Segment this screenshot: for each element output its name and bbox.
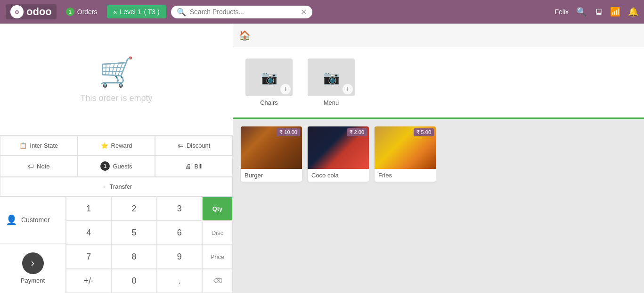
search-icon: 🔍 — [177, 8, 186, 17]
bill-icon: 🖨 — [185, 163, 191, 170]
note-label: Note — [37, 163, 49, 170]
customer-icon: 👤 — [6, 214, 17, 226]
product-price: ₹ 5.00 — [414, 128, 434, 136]
product-coco-cola[interactable]: ₹ 2.00 Coco cola — [308, 126, 369, 182]
category-name: Chairs — [260, 99, 278, 106]
numpad: 123456789+/-0. — [66, 197, 202, 293]
header-right: Felix 🔍 🖥 📶 🔔 — [554, 7, 638, 17]
numpad-key-4[interactable]: 4 — [66, 221, 111, 245]
mode-btn-Qty[interactable]: Qty — [202, 197, 233, 221]
left-panel: 🛒 This order is empty 📋 Inter State ⭐ Re… — [0, 24, 233, 293]
numpad-modes: QtyDiscPrice⌫ — [202, 197, 233, 293]
customer-row[interactable]: 👤 Customer — [0, 197, 65, 243]
note-button[interactable]: 🏷 Note — [0, 155, 78, 177]
transfer-button[interactable]: → Transfer — [0, 177, 233, 196]
numpad-key-+/-[interactable]: +/- — [66, 269, 111, 293]
numpad-key-.[interactable]: . — [157, 269, 202, 293]
action-buttons: 📋 Inter State ⭐ Reward 🏷 Discount 🏷 Note… — [0, 136, 233, 197]
breadcrumb-bar: 🏠 — [233, 24, 644, 47]
category-image: 📷+ — [308, 59, 355, 96]
back-icon: « — [114, 8, 117, 16]
numpad-key-1[interactable]: 1 — [66, 197, 111, 221]
product-fries[interactable]: ₹ 5.00 Fries — [375, 126, 436, 182]
reward-button[interactable]: ⭐ Reward — [78, 136, 155, 155]
product-name: Coco cola — [308, 169, 369, 182]
customer-label: Customer — [21, 216, 50, 224]
wifi-icon: 📶 — [610, 7, 620, 17]
search-bar: 🔍 ✕ — [171, 6, 312, 18]
numpad-key-7[interactable]: 7 — [66, 245, 111, 269]
search-clear-button[interactable]: ✕ — [301, 8, 307, 17]
note-icon: 🏷 — [28, 163, 34, 170]
orders-badge: 1 — [66, 8, 74, 16]
inter-state-icon: 📋 — [19, 142, 27, 149]
product-name: Burger — [241, 169, 302, 182]
product-price: ₹ 2.00 — [347, 128, 367, 136]
numpad-key-6[interactable]: 6 — [157, 221, 202, 245]
search-header-icon[interactable]: 🔍 — [576, 7, 587, 17]
bill-button[interactable]: 🖨 Bill — [155, 155, 233, 177]
discount-button[interactable]: 🏷 Discount — [155, 136, 233, 155]
transfer-icon: → — [101, 183, 107, 190]
inter-state-button[interactable]: 📋 Inter State — [0, 136, 78, 155]
level-label: Level 1 — [120, 8, 141, 16]
inter-state-label: Inter State — [30, 142, 58, 149]
numpad-key-9[interactable]: 9 — [157, 245, 202, 269]
monitor-icon[interactable]: 🖥 — [594, 7, 603, 17]
payment-label: Payment — [21, 277, 45, 284]
payment-circle-icon: › — [22, 252, 44, 274]
numpad-key-8[interactable]: 8 — [111, 245, 156, 269]
orders-label: Orders — [77, 8, 98, 16]
search-input[interactable] — [190, 8, 297, 16]
orders-button[interactable]: 1 Orders — [61, 6, 102, 18]
order-area: 🛒 This order is empty — [0, 24, 233, 136]
logo-icon: o — [10, 5, 24, 18]
bell-icon[interactable]: 🔔 — [628, 7, 638, 17]
product-price: ₹ 10.00 — [277, 128, 300, 136]
payment-button[interactable]: › Payment — [0, 243, 65, 293]
logo-text: odoo — [26, 6, 52, 18]
guests-label: Guests — [113, 163, 132, 170]
numpad-area: 👤 Customer › Payment 123456789+/-0. QtyD… — [0, 197, 233, 293]
bill-label: Bill — [194, 163, 202, 170]
product-name: Fries — [375, 169, 436, 182]
customer-payment-panel: 👤 Customer › Payment — [0, 197, 66, 293]
guests-badge: 1 — [100, 161, 110, 171]
category-chairs[interactable]: 📷+ Chairs — [241, 55, 297, 110]
categories-section: 📷+ Chairs 📷+ Menu — [233, 47, 644, 119]
numpad-key-5[interactable]: 5 — [111, 221, 156, 245]
category-menu[interactable]: 📷+ Menu — [303, 55, 359, 110]
transfer-label: Transfer — [110, 183, 132, 190]
category-image: 📷+ — [245, 59, 293, 96]
reward-icon: ⭐ — [101, 142, 108, 149]
main-content: 🛒 This order is empty 📋 Inter State ⭐ Re… — [0, 24, 644, 293]
numpad-key-2[interactable]: 2 — [111, 197, 156, 221]
right-panel: 🏠 📷+ Chairs 📷+ Menu ₹ 10.00 Burger ₹ 2.0… — [233, 24, 644, 293]
header: o odoo 1 Orders « Level 1 ( T3 ) 🔍 ✕ Fel… — [0, 0, 644, 24]
category-name: Menu — [324, 99, 339, 106]
home-icon[interactable]: 🏠 — [239, 30, 251, 41]
level-sub: ( T3 ) — [144, 8, 160, 16]
username-label: Felix — [554, 8, 569, 16]
cart-icon: 🛒 — [99, 55, 134, 89]
odoo-logo: o odoo — [6, 4, 57, 19]
mode-btn-Disc[interactable]: Disc — [202, 221, 233, 245]
reward-label: Reward — [111, 142, 132, 149]
mode-btn-backspace[interactable]: ⌫ — [202, 269, 233, 293]
mode-btn-Price[interactable]: Price — [202, 245, 233, 269]
numpad-key-0[interactable]: 0 — [111, 269, 156, 293]
level-button[interactable]: « Level 1 ( T3 ) — [107, 5, 166, 18]
products-section: ₹ 10.00 Burger ₹ 2.00 Coco cola ₹ 5.00 F… — [233, 119, 644, 189]
numpad-key-3[interactable]: 3 — [157, 197, 202, 221]
discount-icon: 🏷 — [178, 142, 184, 149]
empty-order-text: This order is empty — [80, 93, 152, 103]
product-burger[interactable]: ₹ 10.00 Burger — [241, 126, 302, 182]
guests-button[interactable]: 1 Guests — [78, 155, 155, 177]
discount-label: Discount — [187, 142, 211, 149]
